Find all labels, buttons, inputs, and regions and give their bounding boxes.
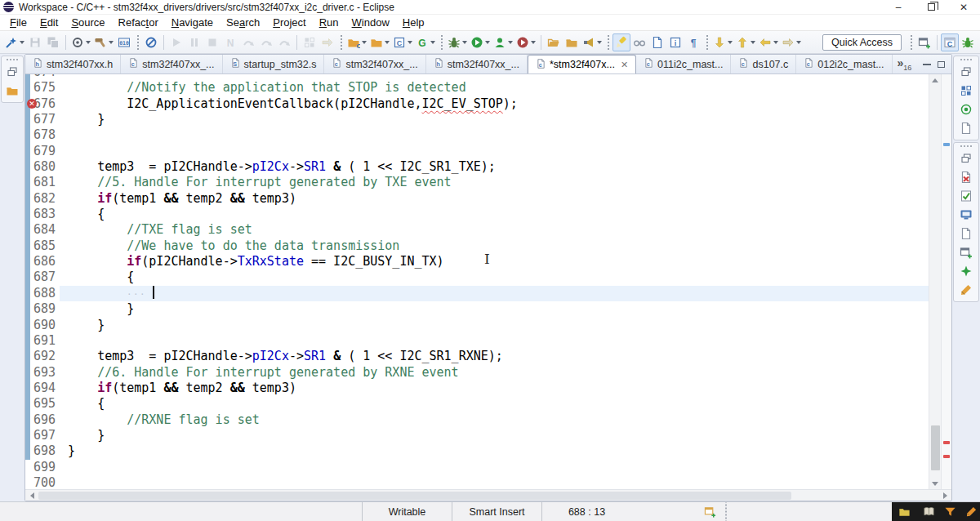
code-line-684[interactable]: 684 //TXE flag is set (25, 222, 929, 238)
last-edit-location-icon[interactable] (711, 33, 734, 51)
line-text[interactable]: if(temp1 && temp2 && temp3) (60, 191, 929, 207)
tab-close-icon[interactable]: ✕ (621, 60, 628, 70)
forward-icon[interactable] (780, 33, 803, 51)
menu-refactor[interactable]: Refactor (112, 15, 165, 30)
scroll-right-arrow[interactable] (938, 492, 951, 499)
editor-tab-stm32f407xx-h[interactable]: hstm32f407xx.h (25, 55, 121, 73)
line-number[interactable]: 681 (30, 175, 60, 190)
resume-icon[interactable] (167, 33, 185, 51)
line-number[interactable]: 682 (30, 191, 60, 207)
cdt-perspective-icon[interactable]: C (941, 33, 959, 51)
dropdown-arrow-icon[interactable] (462, 41, 467, 44)
line-text[interactable] (60, 144, 929, 159)
progress-icon[interactable] (957, 263, 975, 279)
line-text[interactable] (60, 74, 929, 80)
line-text[interactable] (60, 127, 929, 143)
line-text[interactable]: //RXNE flag is set (60, 412, 929, 428)
line-number[interactable]: 684 (30, 222, 60, 238)
code-line-691[interactable]: 691 (25, 333, 929, 349)
line-text[interactable]: //We have to do the data transmission (60, 238, 929, 254)
line-text[interactable]: } (60, 428, 929, 443)
editor-tab-stm32f407xx-[interactable]: cstm32f407xx_... (121, 55, 222, 73)
overview-ruler[interactable] (941, 74, 951, 489)
console-icon[interactable] (957, 207, 975, 223)
show-selected-element-icon[interactable]: i (666, 33, 684, 51)
scroll-down-arrow[interactable] (929, 478, 941, 489)
horizontal-scroll-thumb[interactable] (38, 492, 791, 500)
restore-view-icon[interactable] (957, 64, 975, 80)
line-text[interactable]: //6. Handle For interrupt generated by R… (60, 365, 929, 381)
editor-tab-011i2c-mast-[interactable]: c011i2c_mast... (636, 55, 731, 73)
skip-breakpoints-icon[interactable] (142, 33, 160, 51)
code-line-674[interactable]: 674 (25, 74, 929, 80)
line-number[interactable]: 698 (30, 443, 60, 459)
editor-tab-startup-stm32-s[interactable]: Sstartup_stm32.s (223, 55, 325, 73)
terminate-icon[interactable] (203, 33, 221, 51)
line-text[interactable] (60, 460, 929, 475)
run-icon[interactable] (469, 33, 492, 51)
menu-edit[interactable]: Edit (33, 15, 65, 30)
restore-view-icon[interactable] (957, 150, 975, 167)
previous-edit-location-icon[interactable] (734, 33, 757, 51)
new-build-target-icon[interactable] (69, 33, 92, 51)
code-line-683[interactable]: 683 { (25, 207, 929, 222)
code-line-699[interactable]: 699 (25, 460, 929, 475)
code-line-694[interactable]: 694 if(temp1 && temp2 && temp3) (25, 381, 929, 396)
dropdown-arrow-icon[interactable] (531, 41, 536, 44)
drag-handle[interactable] (6, 58, 19, 61)
new-wizard-icon[interactable] (3, 33, 26, 51)
line-number[interactable]: 678 (30, 127, 60, 143)
line-text[interactable]: } (60, 112, 929, 127)
code-editor[interactable]: 674675 //Notify the application that STO… (25, 74, 951, 489)
vertical-scroll-thumb[interactable] (931, 425, 940, 470)
minimize-button[interactable]: – (882, 0, 915, 14)
scroll-left-arrow[interactable] (25, 492, 38, 499)
step-return-icon[interactable] (275, 33, 293, 51)
dropdown-arrow-icon[interactable] (20, 41, 24, 44)
dropdown-arrow-icon[interactable] (109, 41, 114, 44)
line-number[interactable]: 691 (30, 333, 60, 349)
editor-tab-stm32f407xx-[interactable]: hstm32f407xx_... (426, 55, 528, 73)
dropdown-arrow-icon[interactable] (385, 41, 390, 44)
pen-icon[interactable] (962, 504, 980, 520)
tasks-icon[interactable] (957, 188, 975, 204)
build-targets-icon[interactable] (957, 101, 975, 118)
line-number[interactable]: 688 (30, 286, 60, 301)
drag-handle[interactable] (960, 58, 973, 61)
menu-source[interactable]: Source (65, 15, 111, 30)
instruction-stepping-icon[interactable] (301, 33, 318, 51)
project-explorer-icon[interactable] (3, 82, 21, 99)
back-icon[interactable] (757, 33, 780, 51)
dropdown-arrow-icon[interactable] (773, 41, 778, 44)
line-text[interactable]: if(pI2CHandle->TxRxState == I2C_BUSY_IN_… (60, 254, 929, 269)
scroll-up-arrow[interactable] (929, 74, 941, 86)
horizontal-scrollbar[interactable] (25, 489, 951, 501)
line-number[interactable]: 697 (30, 428, 60, 443)
new-c-file-icon[interactable]: C (391, 33, 414, 51)
dropdown-arrow-icon[interactable] (751, 41, 755, 44)
line-text[interactable]: temp3 = pI2CHandle->pI2Cx->SR1 & ( 1 << … (60, 159, 929, 175)
code-line-676[interactable]: 676✕ I2C_ApplicationEventCallback(pI2CHa… (25, 96, 929, 112)
line-text[interactable] (60, 475, 929, 489)
line-text[interactable]: } (60, 301, 929, 317)
code-line-690[interactable]: 690 } (25, 318, 929, 333)
code-line-686[interactable]: 686 if(pI2CHandle->TxRxState == I2C_BUSY… (25, 254, 929, 269)
minimize-part-icon[interactable] (923, 63, 931, 65)
code-line-678[interactable]: 678 (25, 127, 929, 143)
menu-navigate[interactable]: Navigate (165, 15, 220, 30)
line-number[interactable]: 685 (30, 238, 60, 254)
line-number[interactable]: 687 (30, 269, 60, 285)
step-into-icon[interactable] (239, 33, 257, 51)
marker-icon[interactable] (941, 504, 959, 520)
line-number[interactable]: 679 (30, 144, 60, 159)
restore-button[interactable] (915, 0, 947, 14)
outline-icon[interactable] (957, 82, 975, 99)
search-icon[interactable] (581, 33, 604, 51)
menu-file[interactable]: File (3, 15, 33, 30)
maximize-part-icon[interactable] (938, 61, 945, 68)
quick-access-button[interactable]: Quick Access (822, 34, 902, 51)
code-line-681[interactable]: 681 //5. Handle For interrupt generated … (25, 175, 929, 190)
code-area[interactable]: 674675 //Notify the application that STO… (25, 74, 929, 489)
line-text[interactable]: ✕ I2C_ApplicationEventCallback(pI2CHandl… (60, 96, 929, 112)
code-line-693[interactable]: 693 //6. Handle For interrupt generated … (25, 365, 929, 381)
